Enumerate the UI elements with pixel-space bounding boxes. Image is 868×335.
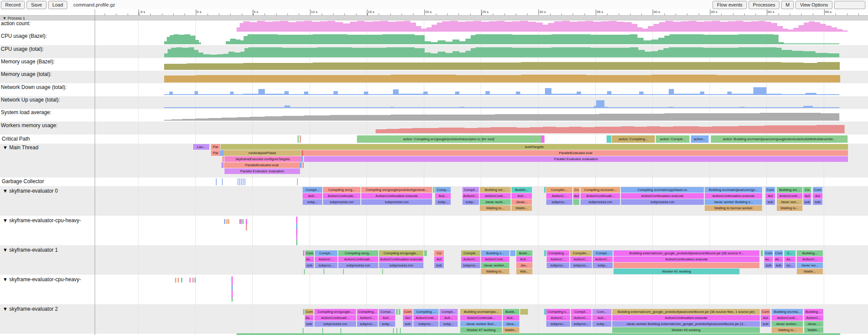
counter-segment[interactable] (459, 41, 465, 44)
evaluator-2-bar[interactable]: sub (761, 321, 770, 327)
counter-segment[interactable] (350, 22, 357, 32)
counter-segment[interactable] (423, 92, 428, 95)
cpu-heavy-event-tick[interactable] (224, 219, 225, 224)
counter-segment[interactable] (465, 39, 471, 44)
counter-segment[interactable] (364, 92, 368, 95)
counter-segment[interactable] (725, 126, 738, 133)
counter-segment[interactable] (282, 48, 317, 57)
evaluator-1-bar[interactable]: ActionC... (797, 256, 823, 262)
counter-segment[interactable] (473, 21, 481, 32)
evaluator-1-bar[interactable]: Com (774, 250, 783, 256)
evaluator-event-tick[interactable] (343, 269, 344, 274)
counter-segment[interactable] (167, 37, 170, 44)
main-thread-bar[interactable] (222, 156, 224, 162)
evaluator-1-bar[interactable]: Com (764, 250, 773, 256)
counter-segment[interactable] (308, 94, 333, 95)
counter-segment[interactable] (208, 118, 221, 121)
counter-segment[interactable] (543, 127, 556, 133)
counter-segment[interactable] (599, 114, 634, 121)
evaluator-2-bar[interactable]: Worker #7 working (460, 327, 502, 333)
counter-segment[interactable] (564, 62, 608, 70)
counter-segment[interactable] (380, 21, 388, 32)
counter-segment[interactable] (753, 87, 766, 95)
counter-segment[interactable] (837, 29, 842, 32)
counter-segment[interactable] (648, 26, 653, 32)
counter-segment[interactable] (471, 48, 475, 57)
evaluator-0-bar[interactable]: Waitin... (512, 205, 532, 211)
counter-segment[interactable] (338, 94, 364, 95)
evaluator-1-bar[interactable]: su... (784, 263, 795, 268)
evaluator-0-bar[interactable]: subprocess.run (323, 199, 360, 205)
counter-segment[interactable] (578, 21, 585, 32)
main-thread-bar[interactable]: buildTargets (221, 144, 848, 150)
counter-segment[interactable] (176, 47, 182, 57)
counter-segment[interactable] (738, 126, 751, 133)
cpu-heavy-event-tick[interactable] (228, 219, 229, 224)
counter-segment[interactable] (357, 21, 365, 32)
counter-segment[interactable] (237, 117, 250, 121)
counter-segment[interactable] (313, 34, 347, 44)
counter-segment[interactable] (465, 128, 478, 133)
evaluator-1-bar[interactable]: ActionC... (315, 256, 337, 262)
evaluator-1-bar[interactable]: Compiling src/google... (379, 250, 423, 256)
counter-segment[interactable] (265, 22, 273, 32)
counter-segment[interactable] (779, 42, 784, 44)
counter-segment[interactable] (257, 21, 265, 32)
evaluator-0-bar[interactable]: Co (573, 187, 580, 193)
counter-segment[interactable] (536, 23, 543, 32)
evaluator-2-bar[interactable]: Compi... (379, 309, 395, 315)
counter-segment[interactable] (273, 21, 281, 32)
evaluator-1-bar[interactable]: Javac wo... (797, 263, 823, 268)
counter-segment[interactable] (195, 75, 261, 82)
counter-segment[interactable] (391, 75, 456, 82)
counter-segment[interactable] (738, 47, 776, 57)
counter-segment[interactable] (681, 21, 689, 32)
counter-segment[interactable] (248, 47, 282, 57)
counter-segment[interactable] (820, 24, 826, 32)
evaluator-0-bar[interactable]: Compilin... (546, 187, 572, 193)
evaluator-0-bar[interactable]: subp... (435, 199, 451, 205)
counter-segment[interactable] (432, 25, 437, 32)
counter-segment[interactable] (577, 92, 581, 95)
evaluator-0-bar[interactable]: Building src... (777, 187, 802, 193)
counter-segment[interactable] (174, 34, 179, 44)
evaluator-2-bar[interactable]: Ac... (305, 315, 314, 321)
counter-segment[interactable] (638, 50, 645, 57)
cpu-heavy-event-tick[interactable] (296, 235, 297, 240)
evaluator-0-bar[interactable]: Act (813, 193, 822, 199)
evaluator-1-bar[interactable]: sub (774, 263, 783, 268)
counter-segment[interactable] (388, 22, 396, 32)
counter-segment[interactable] (551, 34, 591, 44)
cpu-heavy-event-tick[interactable] (189, 278, 191, 282)
counter-segment[interactable] (703, 35, 738, 44)
counter-segment[interactable] (545, 88, 551, 95)
counter-segment[interactable] (805, 93, 816, 95)
counter-segment[interactable] (695, 113, 729, 121)
evaluator-0-bar[interactable]: subproc... (546, 199, 572, 205)
counter-segment[interactable] (312, 22, 320, 32)
counter-segment[interactable] (765, 22, 771, 32)
counter-segment[interactable] (634, 114, 664, 121)
main-thread-bar[interactable]: ParallelEvaluator.eval (303, 150, 848, 156)
evaluator-0-bar[interactable]: Comp... (435, 187, 451, 193)
counter-segment[interactable] (585, 21, 593, 32)
cpu-heavy-event-tick[interactable] (242, 219, 244, 224)
evaluator-2-bar[interactable]: Waitin... (804, 327, 823, 333)
counter-segment[interactable] (170, 35, 174, 44)
counter-segment[interactable] (330, 115, 360, 121)
counter-segment[interactable] (764, 125, 777, 133)
counter-segment[interactable] (562, 21, 570, 32)
counter-segment[interactable] (651, 75, 716, 82)
counter-segment[interactable] (347, 35, 382, 44)
evaluator-2-bar[interactable]: Acti... (439, 315, 458, 321)
counter-segment[interactable] (234, 94, 243, 95)
evaluator-2-bar[interactable]: Javac worker Buil... (460, 321, 502, 327)
counter-segment[interactable] (164, 64, 187, 70)
counter-segment[interactable] (669, 107, 673, 108)
counter-segment[interactable] (391, 115, 426, 121)
evaluator-0-bar[interactable]: ActionConti... (480, 193, 511, 199)
main-thread-bar[interactable] (303, 162, 304, 168)
counter-segment[interactable] (738, 62, 782, 70)
evaluator-2-bar[interactable]: Building src/ma... (772, 309, 803, 315)
evaluator-0-bar[interactable]: subprocess.run (621, 199, 704, 205)
